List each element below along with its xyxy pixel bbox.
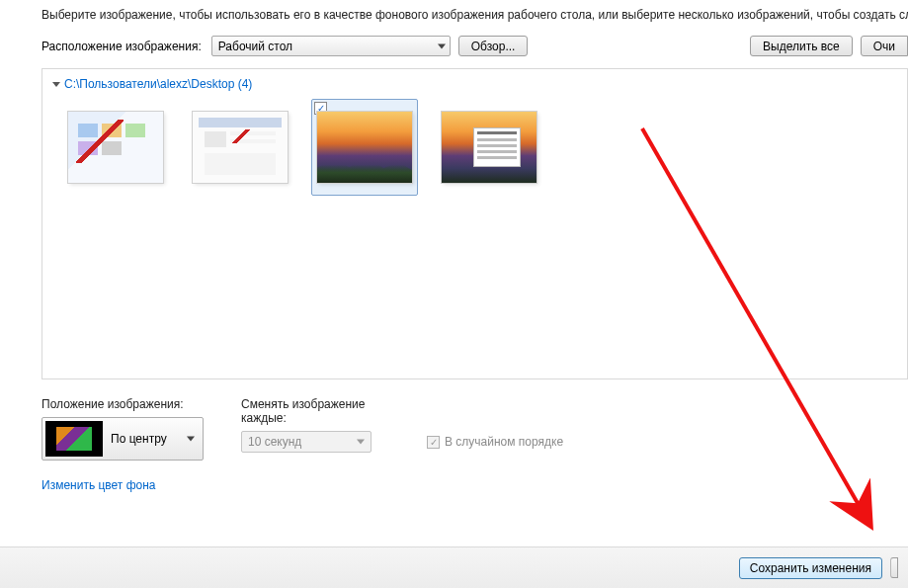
location-label: Расположение изображения: xyxy=(41,40,202,53)
select-all-label: Выделить все xyxy=(763,40,840,53)
thumbnail-image xyxy=(193,112,288,183)
clear-label: Очи xyxy=(873,40,895,53)
location-combo[interactable]: Рабочий стол xyxy=(211,36,451,56)
select-all-button[interactable]: Выделить все xyxy=(750,36,853,56)
chevron-down-icon xyxy=(357,440,365,445)
save-button[interactable]: Сохранить изменения xyxy=(739,557,882,579)
interval-combo: 10 секунд xyxy=(241,431,371,453)
triangle-down-icon xyxy=(52,82,60,87)
chevron-down-icon xyxy=(187,437,195,442)
thumbnail[interactable] xyxy=(62,99,169,196)
position-value: По центру xyxy=(111,432,167,446)
clear-button[interactable]: Очи xyxy=(861,36,908,56)
gallery-path: C:\Пользователи\alexz\Desktop (4) xyxy=(64,77,252,91)
thumbnail[interactable] xyxy=(436,99,542,196)
random-checkbox-row: ✓ В случайном порядке xyxy=(427,423,563,461)
position-group: Положение изображения: По центру xyxy=(41,397,204,461)
browse-button[interactable]: Обзор... xyxy=(458,36,529,56)
footer: Сохранить изменения xyxy=(0,546,908,588)
position-label: Положение изображения: xyxy=(41,397,204,411)
browse-label: Обзор... xyxy=(471,40,516,53)
interval-value: 10 секунд xyxy=(248,435,301,449)
interval-label: Сменять изображение каждые: xyxy=(241,397,389,425)
gallery-path-row[interactable]: C:\Пользователи\alexz\Desktop (4) xyxy=(52,77,897,91)
thumbnail-image xyxy=(442,112,537,183)
thumbnail[interactable] xyxy=(187,99,293,196)
cancel-button-truncated[interactable] xyxy=(890,557,898,578)
interval-group: Сменять изображение каждые: 10 секунд xyxy=(241,397,389,461)
change-bg-color-link[interactable]: Изменить цвет фона xyxy=(41,478,156,492)
save-label: Сохранить изменения xyxy=(750,561,871,575)
thumbnail-image xyxy=(317,112,412,183)
position-preview xyxy=(45,421,103,457)
position-combo[interactable]: По центру xyxy=(41,417,204,461)
location-value: Рабочий стол xyxy=(218,40,292,53)
thumbnail-image xyxy=(68,112,163,183)
random-checkbox: ✓ xyxy=(427,436,440,449)
instruction-text: Выберите изображение, чтобы использовать… xyxy=(41,8,908,22)
chevron-down-icon xyxy=(438,43,446,48)
image-gallery: C:\Пользователи\alexz\Desktop (4) ✓ xyxy=(41,68,908,379)
location-row: Расположение изображения: Рабочий стол О… xyxy=(41,36,908,56)
thumbnail[interactable]: ✓ xyxy=(311,99,418,196)
random-label: В случайном порядке xyxy=(445,435,563,449)
